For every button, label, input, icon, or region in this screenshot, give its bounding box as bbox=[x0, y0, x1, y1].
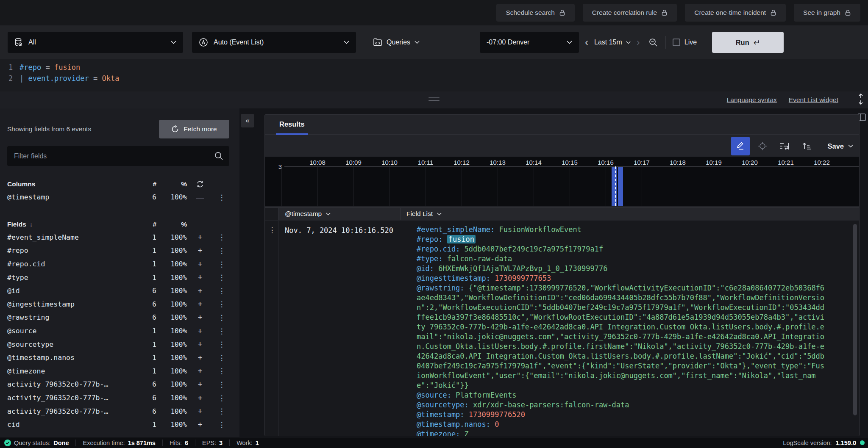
tab-results[interactable]: Results bbox=[276, 115, 308, 135]
event-list-widget-link[interactable]: Event List widget bbox=[789, 96, 838, 104]
fieldlist-column-header[interactable]: Field List bbox=[401, 208, 859, 220]
percent-header: % bbox=[156, 221, 187, 228]
field-row[interactable]: cid 1 100% + ⋮ bbox=[7, 418, 229, 431]
sync-columns-icon[interactable] bbox=[196, 181, 204, 188]
save-button[interactable]: Save bbox=[827, 142, 853, 150]
filter-fields-input[interactable] bbox=[7, 146, 229, 166]
field-menu-button[interactable]: ⋮ bbox=[213, 340, 229, 348]
field-row[interactable]: @rawstring 6 100% + ⋮ bbox=[7, 311, 229, 324]
add-field-button[interactable]: + bbox=[187, 393, 213, 403]
timezone-selector[interactable]: -07:00 Denver bbox=[480, 32, 579, 53]
add-field-button[interactable]: + bbox=[187, 407, 213, 416]
field-menu-button[interactable]: ⋮ bbox=[213, 246, 229, 255]
field-menu-button[interactable]: ⋮ bbox=[213, 394, 229, 402]
x-axis-tick-label: 10:12 bbox=[453, 159, 470, 166]
add-field-button[interactable]: + bbox=[187, 286, 213, 296]
field-row[interactable]: activity_796352c0-777b-… 6 100% + ⋮ bbox=[7, 404, 229, 418]
field-row[interactable]: #repo 1 100% + ⋮ bbox=[7, 244, 229, 257]
repository-selector[interactable]: All bbox=[8, 32, 183, 53]
field-row[interactable]: activity_796352c0-777b-… 6 100% + ⋮ bbox=[7, 391, 229, 405]
add-field-button[interactable]: + bbox=[187, 260, 213, 269]
event-fieldlist-cell: #event_simpleName: FusionWorkflowEvent #… bbox=[401, 221, 829, 436]
add-field-button[interactable]: + bbox=[187, 340, 213, 349]
sort-order-tool-button[interactable] bbox=[797, 137, 816, 155]
query-editor[interactable]: 1 #repo = fusion 2 | event.provider = Ok… bbox=[0, 59, 868, 91]
add-field-button[interactable]: + bbox=[187, 326, 213, 336]
create-one-time-incident-button[interactable]: Create one-time incident bbox=[685, 4, 786, 22]
field-row[interactable]: @id 6 100% + ⋮ bbox=[7, 284, 229, 298]
add-field-button[interactable]: + bbox=[187, 232, 213, 242]
create-correlation-rule-label: Create correlation rule bbox=[592, 9, 657, 17]
field-row[interactable]: @source 1 100% + ⋮ bbox=[7, 324, 229, 338]
live-checkbox[interactable] bbox=[673, 39, 680, 46]
field-menu-button[interactable]: ⋮ bbox=[213, 260, 229, 268]
field-name: @timestamp.nanos bbox=[7, 354, 133, 362]
language-syntax-link[interactable]: Language syntax bbox=[727, 96, 777, 104]
live-toggle[interactable]: Live bbox=[673, 39, 697, 46]
event-field-line: @sourcetype: xdr/xdr-base-parsers:falcon… bbox=[417, 400, 829, 410]
see-in-graph-button[interactable]: See in graph bbox=[794, 4, 860, 22]
field-row[interactable]: @timezone 1 100% + ⋮ bbox=[7, 365, 229, 378]
splitter-drag-handle[interactable] bbox=[428, 97, 440, 102]
event-row-menu-button[interactable]: ⋮ bbox=[265, 221, 279, 436]
add-field-button[interactable]: + bbox=[187, 313, 213, 322]
event-row[interactable]: ⋮ Nov. 7, 2024 10:16:16.520 #event_simpl… bbox=[265, 221, 859, 436]
collapse-sidebar-button[interactable]: « bbox=[241, 114, 254, 127]
field-menu-button[interactable]: ⋮ bbox=[213, 380, 229, 389]
field-menu-button[interactable]: ⋮ bbox=[213, 233, 229, 241]
field-row[interactable]: #type 1 100% + ⋮ bbox=[7, 271, 229, 284]
zoom-out-icon[interactable] bbox=[646, 38, 660, 47]
field-count: 1 bbox=[133, 233, 156, 241]
add-field-button[interactable]: + bbox=[187, 380, 213, 389]
field-name: @id bbox=[7, 287, 133, 295]
results-scrollbar-thumb[interactable] bbox=[853, 224, 857, 415]
add-field-button[interactable]: + bbox=[187, 299, 213, 309]
add-field-button[interactable]: + bbox=[187, 246, 213, 255]
status-value: Done bbox=[53, 440, 69, 446]
field-row[interactable]: @sourcetype 1 100% + ⋮ bbox=[7, 337, 229, 351]
view-selector[interactable]: Auto (Event List) bbox=[192, 32, 356, 53]
time-range-selector[interactable]: Last 15m bbox=[594, 39, 631, 46]
field-row[interactable]: activity_796352c0-777b-… 6 100% + ⋮ bbox=[7, 378, 229, 391]
time-forward-button[interactable]: › bbox=[631, 37, 646, 47]
field-menu-button[interactable]: ⋮ bbox=[213, 327, 229, 335]
lock-icon bbox=[845, 9, 851, 16]
fetch-more-button[interactable]: Fetch more bbox=[159, 120, 229, 138]
crosshair-tool-button[interactable] bbox=[753, 137, 772, 155]
sort-descending-icon[interactable]: ↓ bbox=[30, 221, 33, 228]
event-timeline-chart[interactable]: 3 10:0810:0910:1010:1110:1210:1310:1410:… bbox=[265, 157, 859, 206]
schedule-search-button[interactable]: Schedule search bbox=[496, 4, 574, 22]
add-field-button[interactable]: + bbox=[187, 420, 213, 429]
queries-button[interactable]: Queries bbox=[373, 38, 420, 47]
column-menu-button[interactable]: ⋮ bbox=[213, 193, 229, 202]
field-count: 6 bbox=[133, 313, 156, 321]
field-count: 6 bbox=[133, 300, 156, 308]
expand-collapse-editor-icon[interactable] bbox=[857, 94, 865, 105]
field-menu-button[interactable]: ⋮ bbox=[213, 420, 229, 429]
field-menu-button[interactable]: ⋮ bbox=[213, 407, 229, 415]
field-menu-button[interactable]: ⋮ bbox=[213, 287, 229, 295]
field-menu-button[interactable]: ⋮ bbox=[213, 273, 229, 282]
edit-pen-tool-button[interactable] bbox=[731, 137, 750, 155]
field-menu-button[interactable]: ⋮ bbox=[213, 354, 229, 362]
add-field-button[interactable]: + bbox=[187, 366, 213, 376]
histogram-bar[interactable] bbox=[618, 167, 623, 206]
histogram-bar[interactable] bbox=[612, 167, 617, 206]
field-menu-button[interactable]: ⋮ bbox=[213, 367, 229, 375]
create-correlation-rule-button[interactable]: Create correlation rule bbox=[583, 4, 677, 22]
add-field-button[interactable]: + bbox=[187, 353, 213, 362]
column-row[interactable]: @timestamp 6 100% — ⋮ bbox=[7, 191, 229, 204]
wrap-text-tool-button[interactable] bbox=[775, 137, 794, 155]
field-row[interactable]: #repo.cid 1 100% + ⋮ bbox=[7, 257, 229, 271]
field-row[interactable]: #event_simpleName 1 100% + ⋮ bbox=[7, 231, 229, 244]
field-row[interactable]: @timestamp.nanos 1 100% + ⋮ bbox=[7, 351, 229, 365]
field-menu-button[interactable]: ⋮ bbox=[213, 313, 229, 322]
field-menu-button[interactable]: ⋮ bbox=[213, 300, 229, 308]
remove-column-button[interactable]: — bbox=[187, 193, 213, 202]
run-button[interactable]: Run ↵ bbox=[712, 32, 784, 53]
chevron-down-icon bbox=[437, 213, 442, 216]
time-back-button[interactable]: ‹ bbox=[579, 37, 594, 47]
timestamp-column-header[interactable]: @timestamp bbox=[279, 208, 401, 220]
field-row[interactable]: @ingesttimestamp 6 100% + ⋮ bbox=[7, 298, 229, 311]
add-field-button[interactable]: + bbox=[187, 273, 213, 282]
